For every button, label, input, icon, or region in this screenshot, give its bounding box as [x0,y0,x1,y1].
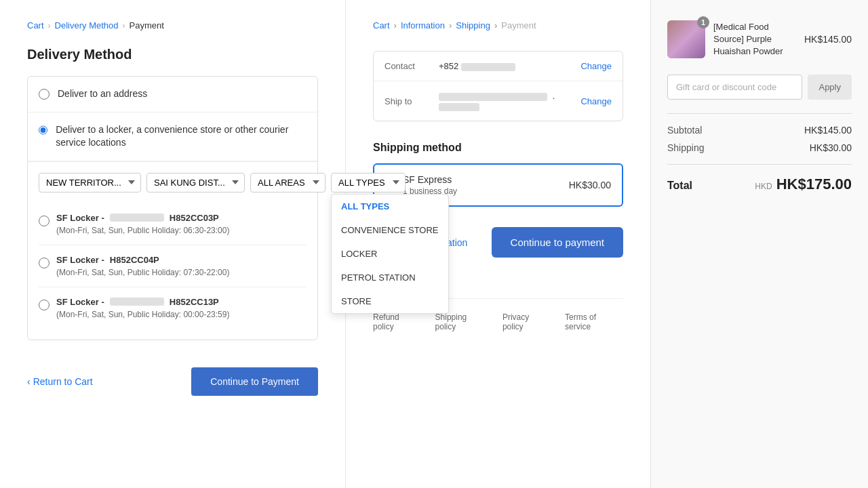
ship-to-sep: . [553,91,555,101]
locker-section: NEW TERRITOR... SAI KUNG DIST... ALL ARE… [28,161,317,340]
footer-terms[interactable]: Terms of service [565,312,623,331]
radio-locker[interactable] [39,125,47,136]
total-value-wrap: HKD HK$175.00 [755,176,852,193]
filter-row: NEW TERRITOR... SAI KUNG DIST... ALL ARE… [39,173,307,192]
shipping-price: HK$30.00 [569,180,611,190]
type-dropdown-menu: ALL TYPES CONVENIENCE STORE LOCKER PETRO… [331,194,449,314]
continue-to-payment-mid-button[interactable]: Continue to payment [492,227,623,258]
breadcrumb-payment-mid: Payment [501,20,536,30]
shipping-label: Shipping [667,142,705,153]
shipping-details: SF Express 1 business day [403,174,457,196]
locker-label-2: SF Locker - [56,255,104,265]
breadcrumb-information-mid[interactable]: Information [401,20,445,30]
radio-locker-2[interactable] [39,258,50,268]
locker-item-2[interactable]: SF Locker - H852CC04P (Mon-Fri, Sat, Sun… [39,245,307,287]
product-row: 1 [Medical Food Source] Purple Huaishan … [667,20,852,58]
region-select[interactable]: NEW TERRITOR... [39,173,141,192]
contact-phone-mask [461,63,515,71]
dropdown-item-all-types[interactable]: ALL TYPES [332,195,448,218]
return-cart-label: Return to Cart [33,376,93,387]
left-bottom-nav: ‹ Return to Cart Continue to Payment [27,361,318,396]
breadcrumb-payment: Payment [130,20,164,30]
dropdown-item-petrol[interactable]: PETROL STATION [332,266,448,289]
locker-info-1: SF Locker - H852CC03P (Mon-Fri, Sat, Sun… [56,213,307,235]
locker-hours-1: (Mon-Fri, Sat, Sun, Public Holiday: 06:3… [56,226,307,235]
chevron-mid-2: › [449,20,452,30]
footer-privacy[interactable]: Privacy policy [502,312,551,331]
locker-name-1: SF Locker - H852CC03P [56,213,307,223]
breadcrumb-cart[interactable]: Cart [27,20,44,30]
total-amount: HK$175.00 [776,176,852,193]
product-image-wrapper: 1 [667,20,705,58]
shipping-method-title: Shipping method [373,142,623,154]
breadcrumb-left: Cart › Delivery Method › Payment [27,20,318,30]
subtotal-value: HK$145.00 [804,125,852,136]
locker-info-2: SF Locker - H852CC04P (Mon-Fri, Sat, Sun… [56,255,307,277]
district-select[interactable]: SAI KUNG DIST... [146,173,245,192]
contact-value: +852 [439,61,574,71]
shipping-name: SF Express [403,174,457,185]
contact-info-table: Contact +852 Change Ship to . Change [373,51,623,121]
contact-row: Contact +852 Change [374,52,623,81]
locker-code-3: H852CC13P [170,297,219,307]
breadcrumb-delivery[interactable]: Delivery Method [55,20,119,30]
locker-hours-3: (Mon-Fri, Sat, Sun, Public Holiday: 00:0… [56,310,307,319]
footer-refund[interactable]: Refund policy [373,312,422,331]
product-name: [Medical Food Source] Purple Huaishan Po… [713,21,796,58]
product-price: HK$145.00 [804,34,852,45]
dropdown-item-convenience[interactable]: CONVENIENCE STORE [332,218,448,242]
district-select-wrapper: SAI KUNG DIST... [146,173,245,192]
chevron-mid-1: › [394,20,397,30]
locker-address-mask-3 [110,298,164,306]
delivery-options-container: Deliver to an address Deliver to a locke… [27,76,318,340]
apply-button[interactable]: Apply [808,75,852,100]
locker-hours-2: (Mon-Fri, Sat, Sun, Public Holiday: 07:3… [56,268,307,277]
radio-locker-1[interactable] [39,216,50,226]
locker-item-1[interactable]: SF Locker - H852CC03P (Mon-Fri, Sat, Sun… [39,203,307,245]
locker-code-2: H852CC04P [110,255,159,265]
locker-info-3: SF Locker - H852CC13P (Mon-Fri, Sat, Sun… [56,297,307,319]
dropdown-item-locker[interactable]: LOCKER [332,242,448,266]
dropdown-item-store[interactable]: STORE [332,289,448,313]
ship-to-label: Ship to [384,96,439,106]
contact-label: Contact [384,61,439,71]
contact-phone: +852 [439,61,458,71]
region-select-wrapper: NEW TERRITOR... [39,173,141,192]
shipping-cost-row: Shipping HK$30.00 [667,142,852,153]
total-currency: HKD [755,182,772,191]
area-select[interactable]: ALL AREAS [250,173,326,192]
ship-to-row: Ship to . Change [374,81,623,121]
ship-to-change-link[interactable]: Change [580,96,612,106]
subtotal-label: Subtotal [667,125,702,136]
ship-to-value: . [439,91,574,111]
locker-address-mask-1 [110,214,164,222]
label-locker: Deliver to a locker, a convenience store… [56,123,307,150]
locker-list: SF Locker - H852CC03P (Mon-Fri, Sat, Sun… [39,203,307,329]
contact-change-link[interactable]: Change [580,61,612,71]
delivery-option-address[interactable]: Deliver to an address [28,77,317,113]
footer-shipping[interactable]: Shipping policy [435,312,489,331]
locker-name-3: SF Locker - H852CC13P [56,297,307,307]
chevron-icon-1: › [48,21,51,30]
area-select-wrapper: ALL AREAS [250,173,326,192]
continue-to-payment-button[interactable]: Continue to Payment [191,367,318,396]
discount-input[interactable] [667,75,802,100]
locker-name-2: SF Locker - H852CC04P [56,255,307,265]
breadcrumb-cart-mid[interactable]: Cart [373,20,390,30]
locker-label-1: SF Locker - [56,213,104,223]
cost-rows: Subtotal HK$145.00 Shipping HK$30.00 Tot… [667,113,852,193]
delivery-option-locker[interactable]: Deliver to a locker, a convenience store… [28,113,317,161]
radio-locker-3[interactable] [39,300,50,310]
total-label: Total [667,180,692,192]
return-to-cart-link[interactable]: ‹ Return to Cart [27,376,93,387]
radio-address[interactable] [39,89,50,100]
subtotal-row: Subtotal HK$145.00 [667,125,852,136]
locker-item-3[interactable]: SF Locker - H852CC13P (Mon-Fri, Sat, Sun… [39,287,307,329]
breadcrumb-shipping-mid: Shipping [456,20,490,30]
type-select-wrapper: ALL TYPES ALL TYPES CONVENIENCE STORE LO… [331,173,406,192]
ship-to-address-mask [439,93,547,101]
chevron-icon-2: › [123,21,125,30]
type-select[interactable]: ALL TYPES [331,173,406,192]
right-panel: 1 [Medical Food Source] Purple Huaishan … [651,0,868,488]
locker-label-3: SF Locker - [56,297,104,307]
